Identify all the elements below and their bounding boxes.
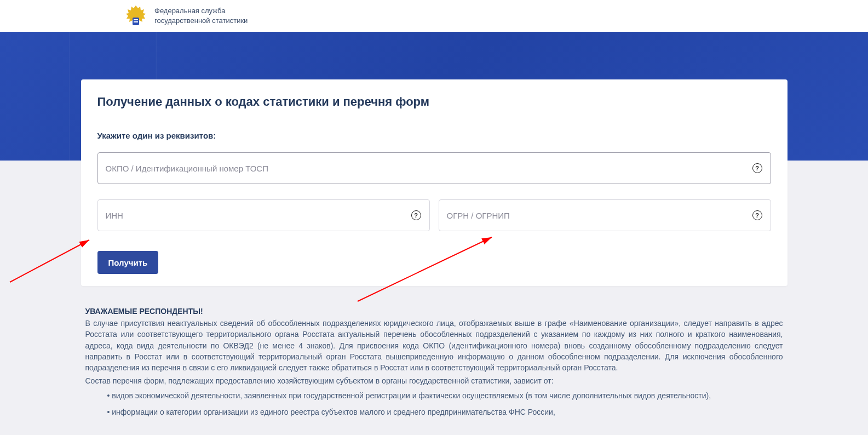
submit-button[interactable]: Получить: [97, 251, 159, 274]
org-name-line1: Федеральная служба: [154, 6, 248, 16]
notice-paragraph: Состав перечня форм, подлежащих предоста…: [85, 375, 783, 386]
help-icon[interactable]: ?: [411, 210, 421, 220]
field-ogrn-wrap: ?: [439, 199, 771, 231]
ogrn-input[interactable]: [439, 199, 771, 231]
help-icon[interactable]: ?: [752, 163, 762, 173]
field-row: ? ?: [97, 199, 771, 231]
rosstat-emblem-icon: [124, 4, 148, 28]
annotation-arrow-icon: [355, 233, 497, 304]
page-header: Федеральная служба государственной стати…: [0, 0, 868, 32]
inn-input[interactable]: [97, 199, 430, 231]
annotation-arrow-icon: [7, 236, 95, 285]
field-inn-wrap: ?: [97, 199, 430, 231]
form-subtitle: Укажите один из реквизитов:: [97, 131, 771, 140]
okpo-input[interactable]: [97, 152, 771, 184]
list-item: информации о категории организации из ед…: [107, 407, 783, 417]
field-okpo-wrap: ?: [97, 152, 771, 184]
page-title: Получение данных о кодах статистики и пе…: [97, 95, 771, 109]
org-name-line2: государственной статистики: [154, 16, 248, 26]
svg-line-4: [358, 237, 492, 301]
svg-rect-1: [134, 19, 138, 20]
org-name: Федеральная служба государственной стати…: [154, 6, 248, 25]
notice-list: видов экономической деятельности, заявле…: [107, 390, 783, 418]
notice-paragraph: В случае присутствия неактуальных сведен…: [85, 318, 783, 373]
svg-line-3: [10, 240, 89, 282]
help-icon[interactable]: ?: [752, 210, 762, 220]
notice-heading: УВАЖАЕМЫЕ РЕСПОНДЕНТЫ!: [85, 307, 783, 316]
svg-rect-2: [134, 21, 138, 22]
list-item: видов экономической деятельности, заявле…: [107, 390, 783, 401]
logo-block: Федеральная служба государственной стати…: [124, 4, 248, 28]
lookup-form-card: Получение данных о кодах статистики и пе…: [81, 79, 787, 286]
notice-block: УВАЖАЕМЫЕ РЕСПОНДЕНТЫ! В случае присутст…: [81, 307, 787, 417]
